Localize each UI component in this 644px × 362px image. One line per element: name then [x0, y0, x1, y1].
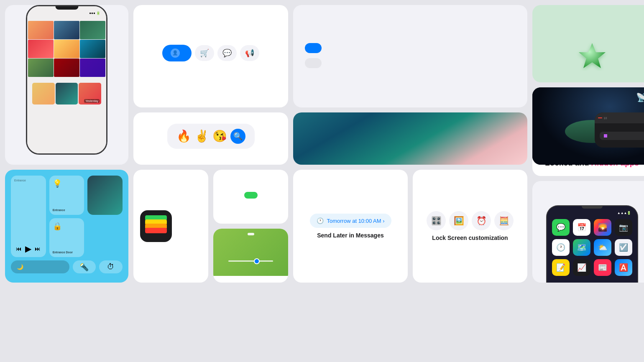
recent-thumb [56, 83, 78, 105]
notes-icon[interactable]: 📝 [552, 259, 570, 276]
hiking-path [228, 260, 273, 262]
cart-tab[interactable]: 🛒 [195, 45, 214, 61]
wallet-cards-visual [145, 215, 167, 237]
cc-music-widget[interactable]: Entrance ⏮ ▶ ⏭ [11, 176, 46, 257]
lock-icon-2: 🖼️ [449, 211, 468, 230]
prev-icon[interactable]: ⏮ [16, 245, 22, 252]
stocks-icon[interactable]: 📈 [573, 259, 590, 276]
wallet-card [133, 170, 208, 283]
wallet-icon-bg [140, 210, 172, 242]
bulb-icon: 💡 [53, 179, 81, 188]
kiss-emoji: 😘 [212, 129, 227, 143]
home-phone-inner: ▲▲▲🔋 💬 📅 🌄 📷 🕐 🗺️ ⛅ ☑️ 📝 📈 📰 [547, 206, 637, 283]
news-icon[interactable]: 📰 [594, 259, 611, 276]
blown-away-message [305, 58, 322, 68]
photo-cell [80, 59, 105, 77]
phone-screen-inner: ●●● 🔋 [27, 6, 106, 155]
rockstar-message [305, 43, 322, 53]
person-icon: 👤 [171, 48, 180, 58]
lock-screen-label: Lock Screen customization [432, 235, 508, 241]
cal-num: 10 [604, 117, 607, 120]
photo-cell [80, 40, 105, 58]
emoji-card: 🔥 ✌️ 😘 🔍 [133, 112, 288, 165]
send-later-pill: 🕐 Tomorrow at 10:00 AM › [310, 214, 391, 228]
mail-card: 👤 🛒 💬 📢 [133, 5, 288, 107]
next-icon[interactable]: ⏭ [35, 245, 41, 252]
moon-icon: 🌙 [17, 264, 23, 270]
lock-icon-3: ⏰ [472, 211, 491, 230]
event-dot [604, 134, 607, 138]
phone-mockup: ●●● 🔋 [26, 5, 107, 155]
home-phone: ▲▲▲🔋 💬 📅 🌄 📷 🕐 🗺️ ⛅ ☑️ 📝 📈 📰 [546, 205, 638, 283]
cc-bottom-widgets: 🌙 🔦 ⏱ [11, 260, 123, 273]
messaging-card [213, 170, 288, 224]
text-effects-card [293, 5, 527, 107]
main-grid: ●●● 🔋 [0, 0, 644, 362]
cc-lock[interactable]: 🔒 Entrance Door [49, 218, 84, 257]
send-later-time: Tomorrow at 10:00 AM › [327, 218, 385, 224]
photos-bottom: Yesterday [27, 79, 106, 110]
svg-marker-1 [579, 43, 606, 68]
fire-emoji: 🔥 [176, 129, 191, 143]
peace-emoji: ✌️ [194, 129, 209, 143]
reminders-icon[interactable]: ☑️ [615, 239, 632, 256]
send-later-card: 🕐 Tomorrow at 10:00 AM › Send Later in M… [293, 170, 408, 283]
battery-signal: ●●● 🔋 [89, 11, 100, 15]
music-info: Entrance [14, 179, 43, 182]
lock-icon-4: 🧮 [494, 211, 514, 230]
cc-focus-btn[interactable]: 🌙 [11, 260, 69, 273]
reminders-card: 10 [595, 112, 644, 148]
hiking-card [213, 229, 288, 283]
photos-icon[interactable]: 🌄 [594, 219, 611, 236]
clock-icon[interactable]: 🕐 [552, 239, 570, 256]
dynamic-island-home [582, 206, 603, 209]
rcs-badge [244, 192, 258, 199]
msg-icon[interactable]: 💬 [552, 219, 570, 236]
lock-icon: 🔒 [53, 222, 81, 231]
maps-icon[interactable]: 🗺️ [573, 239, 590, 256]
card-red [145, 228, 167, 233]
entrance-text: Entrance [53, 209, 81, 212]
weather-icon[interactable]: ⛅ [594, 239, 611, 256]
satellite-dish-icon: 📡 [636, 92, 644, 102]
lock-screen-icons: 🎛️ 🖼️ ⏰ 🧮 [427, 211, 514, 230]
photo-cell [28, 21, 54, 39]
search-in-bubble[interactable]: 🔍 [230, 129, 245, 144]
control-center-card: 💡 Entrance Entrance ⏮ ▶ ⏭ [5, 170, 128, 283]
cam-icon[interactable]: 📷 [615, 219, 632, 236]
photo-cell [54, 21, 79, 39]
notch [55, 6, 78, 10]
cc-timer-btn[interactable]: ⏱ [99, 260, 123, 273]
photos-mosaic [28, 21, 105, 77]
hiking-map-visual [213, 229, 288, 276]
mail-tab-row: 👤 🛒 💬 📢 [162, 45, 259, 61]
ios-hero-card [293, 112, 527, 165]
reminder-event [600, 132, 644, 140]
thumb-date: Yesterday [84, 99, 100, 103]
primary-tab[interactable]: 👤 [162, 45, 192, 61]
cc-flashlight-btn[interactable]: 🔦 [73, 260, 96, 273]
appstore-icon[interactable]: 🅰️ [615, 259, 632, 276]
cc-photo [87, 176, 123, 215]
col2-row3-section [133, 170, 288, 283]
recent-thumb [32, 83, 55, 105]
photos-card: ●●● 🔋 [5, 5, 128, 165]
chat-tab[interactable]: 💬 [217, 45, 237, 61]
megaphone-tab[interactable]: 📢 [240, 45, 259, 61]
photo-cell [28, 40, 54, 58]
star-icon [575, 41, 609, 74]
home-screen-preview-card: ▲▲▲🔋 💬 📅 🌄 📷 🕐 🗺️ ⛅ ☑️ 📝 📈 📰 [532, 181, 644, 283]
lock-info: Entrance Door [53, 251, 81, 254]
cal-icon[interactable]: 📅 [573, 219, 590, 236]
music-entrance: Entrance [14, 179, 43, 182]
trail-label [248, 233, 254, 235]
hiking-label [248, 276, 254, 283]
cc-light[interactable]: 💡 Entrance [49, 176, 84, 215]
play-icon[interactable]: ▶ [25, 244, 31, 254]
lock-screen-card: 🎛️ 🖼️ ⏰ 🧮 Lock Screen customization [413, 170, 527, 283]
reminders-titlebar: 10 [595, 112, 644, 123]
light-info: Entrance [53, 209, 81, 212]
send-later-label: Send Later in Messages [317, 232, 384, 239]
door-label-text: Entrance Door [53, 251, 81, 254]
col3-row3-section: 🕐 Tomorrow at 10:00 AM › Send Later in M… [293, 170, 527, 283]
